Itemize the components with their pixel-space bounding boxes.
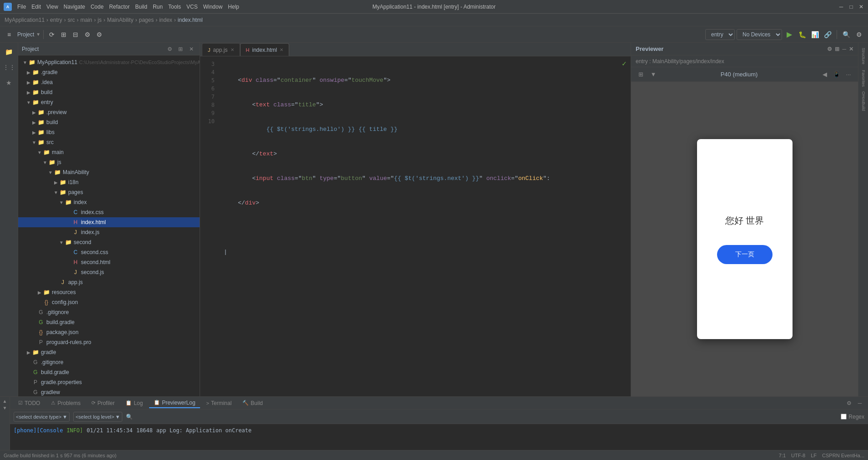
breadcrumb-item-8[interactable]: index bbox=[159, 17, 172, 23]
tree-item-gradle-root[interactable]: ▶ 📁 gradle bbox=[18, 347, 200, 357]
previewer-grid-btn[interactable]: ⊞ bbox=[636, 70, 646, 80]
device-selector[interactable]: No Devices bbox=[737, 29, 782, 40]
bottom-tab-previewer-log[interactable]: 📋 PreviewerLog bbox=[149, 398, 200, 408]
tree-item-gitignore-entry[interactable]: ▶ G .gitignore bbox=[18, 307, 200, 317]
tree-item-second-js[interactable]: ▶ J second.js bbox=[18, 267, 200, 277]
tree-item-gradle[interactable]: ▶ 📁 .gradle bbox=[18, 67, 200, 77]
menu-vcs[interactable]: VCS bbox=[186, 4, 198, 10]
tree-item-build[interactable]: ▶ 📁 build bbox=[18, 117, 200, 127]
menu-window[interactable]: Window bbox=[203, 4, 223, 10]
tab-index-html[interactable]: H index.html ✕ bbox=[240, 43, 290, 56]
tab-app-js-close[interactable]: ✕ bbox=[231, 47, 234, 52]
tree-item-gitignore-root[interactable]: ▶ G .gitignore bbox=[18, 357, 200, 367]
tab-index-html-close[interactable]: ✕ bbox=[280, 47, 283, 52]
sidebar-structure-icon[interactable]: ⋮⋮ bbox=[2, 60, 16, 75]
device-type-dropdown[interactable]: <select device type> ▼ bbox=[14, 412, 70, 422]
tree-item-second-css[interactable]: ▶ C second.css bbox=[18, 247, 200, 257]
expand-btn[interactable]: ⊞ bbox=[58, 29, 69, 40]
previewer-expand-btn[interactable]: ⊞ bbox=[835, 46, 839, 52]
gear-btn[interactable]: ⚙ bbox=[94, 29, 105, 40]
breadcrumb-item-2[interactable]: entry bbox=[50, 17, 62, 23]
breadcrumb-item-9[interactable]: index.html bbox=[178, 17, 203, 23]
tree-item-pages[interactable]: ▼ 📁 pages bbox=[18, 187, 200, 197]
breadcrumb-item-5[interactable]: js bbox=[98, 17, 102, 23]
regex-checkbox[interactable] bbox=[841, 414, 847, 420]
breadcrumb-item-7[interactable]: pages bbox=[139, 17, 154, 23]
tree-item-gradle-props[interactable]: ▶ P gradle.properties bbox=[18, 377, 200, 387]
tree-item-index-folder[interactable]: ▼ 📁 index bbox=[18, 197, 200, 207]
menu-view[interactable]: View bbox=[46, 4, 58, 10]
menu-run[interactable]: Run bbox=[153, 4, 163, 10]
tree-item-package-json-entry[interactable]: ▶ {} package.json bbox=[18, 327, 200, 337]
menu-tools[interactable]: Tools bbox=[168, 4, 181, 10]
previewer-back-btn[interactable]: ◀ bbox=[820, 70, 830, 80]
tree-item-src[interactable]: ▼ 📁 src bbox=[18, 137, 200, 147]
attach-btn[interactable]: 🔗 bbox=[822, 29, 833, 40]
tree-item-build-root[interactable]: ▶ 📁 build bbox=[18, 87, 200, 97]
previewer-more-btn[interactable]: ··· bbox=[843, 70, 853, 80]
gutter-expand-icon[interactable]: ▲ bbox=[2, 399, 7, 404]
settings-main[interactable]: ⚙ bbox=[853, 29, 864, 40]
profile-btn[interactable]: 📊 bbox=[809, 29, 820, 40]
log-search-icon[interactable]: 🔍 bbox=[126, 414, 133, 420]
tree-item-idea[interactable]: ▶ 📁 .idea bbox=[18, 77, 200, 87]
bottom-tab-todo[interactable]: ☑ TODO bbox=[14, 398, 45, 408]
sidebar-project-icon[interactable]: 📁 bbox=[2, 45, 16, 59]
breadcrumb-item-3[interactable]: src bbox=[68, 17, 75, 23]
minimize-button[interactable]: ─ bbox=[838, 4, 844, 10]
maximize-button[interactable]: □ bbox=[848, 4, 854, 10]
project-dropdown-icon[interactable]: ▼ bbox=[36, 32, 40, 37]
tree-item-i18n[interactable]: ▶ 📁 i18n bbox=[18, 177, 200, 187]
previewer-settings-btn[interactable]: ⚙ bbox=[827, 46, 832, 52]
sidebar-ohos-label[interactable]: OHosBuild bbox=[859, 90, 868, 113]
previewer-close-btn[interactable]: ─ bbox=[842, 46, 846, 52]
log-level-dropdown[interactable]: <select log level> ▼ bbox=[73, 412, 122, 422]
breadcrumb-item-1[interactable]: MyApplication11 bbox=[5, 17, 45, 23]
toolbar-project-btn[interactable]: ≡ bbox=[4, 29, 15, 40]
tree-item-config-json[interactable]: ▶ {} config.json bbox=[18, 297, 200, 307]
panel-cog-btn[interactable]: ⚙ bbox=[165, 45, 174, 54]
code-editor[interactable]: 3 4 5 6 7 8 9 10 <div class="container" … bbox=[200, 56, 631, 396]
tab-app-js[interactable]: J app.js ✕ bbox=[202, 43, 240, 56]
tree-item-second-folder[interactable]: ▼ 📁 second bbox=[18, 237, 200, 247]
tree-item-resources[interactable]: ▶ 📁 resources bbox=[18, 287, 200, 297]
previewer-phone-btn[interactable]: 📱 bbox=[832, 70, 842, 80]
menu-navigate[interactable]: Navigate bbox=[64, 4, 85, 10]
breadcrumb-item-6[interactable]: MainAbility bbox=[107, 17, 133, 23]
entry-selector[interactable]: entry bbox=[705, 29, 735, 40]
tree-item-js[interactable]: ▼ 📁 js bbox=[18, 157, 200, 167]
menu-help[interactable]: Help bbox=[228, 4, 239, 10]
menu-code[interactable]: Code bbox=[90, 4, 104, 10]
sidebar-favorites-icon[interactable]: ★ bbox=[2, 75, 16, 90]
tree-item-index-html[interactable]: ▶ H index.html bbox=[18, 217, 200, 227]
tree-item-index-css[interactable]: ▶ C index.css bbox=[18, 207, 200, 217]
tree-item-main[interactable]: ▼ 📁 main bbox=[18, 147, 200, 157]
search-everywhere[interactable]: 🔍 bbox=[841, 29, 852, 40]
close-button[interactable]: ✕ bbox=[858, 4, 864, 10]
sync-btn[interactable]: ⟳ bbox=[46, 29, 57, 40]
panel-expand-btn[interactable]: ⊞ bbox=[176, 45, 185, 54]
previewer-dropdown-btn[interactable]: ▼ bbox=[648, 70, 658, 80]
settings-btn[interactable]: ⚙ bbox=[82, 29, 93, 40]
menu-file[interactable]: File bbox=[17, 4, 26, 10]
tree-item-build-gradle-root[interactable]: ▶ G build.gradle bbox=[18, 367, 200, 377]
tree-item-index-js[interactable]: ▶ J index.js bbox=[18, 227, 200, 237]
menu-refactor[interactable]: Refactor bbox=[109, 4, 130, 10]
bottom-tab-profiler[interactable]: ⟳ Profiler bbox=[87, 398, 119, 408]
previewer-hide-btn[interactable]: ✕ bbox=[849, 46, 853, 52]
bottom-tab-log[interactable]: 📋 Log bbox=[121, 398, 147, 408]
tree-item-build-gradle-entry[interactable]: ▶ G build.gradle bbox=[18, 317, 200, 327]
tree-item-entry[interactable]: ▼ 📁 entry bbox=[18, 97, 200, 107]
sidebar-favorites-label[interactable]: Favorites bbox=[859, 67, 868, 90]
bottom-tab-terminal[interactable]: > Terminal bbox=[202, 398, 236, 408]
breadcrumb-item-4[interactable]: main bbox=[80, 17, 92, 23]
phone-next-button[interactable]: 下一页 bbox=[717, 245, 773, 264]
tree-item-libs[interactable]: ▶ 📁 libs bbox=[18, 127, 200, 137]
sidebar-structure-label[interactable]: Structure bbox=[859, 45, 868, 67]
tree-item-proguard[interactable]: ▶ P proguard-rules.pro bbox=[18, 337, 200, 347]
menu-edit[interactable]: Edit bbox=[31, 4, 41, 10]
tree-item-second-html[interactable]: ▶ H second.html bbox=[18, 257, 200, 267]
collapse-btn[interactable]: ⊟ bbox=[70, 29, 81, 40]
tree-item-preview[interactable]: ▶ 📁 .preview bbox=[18, 107, 200, 117]
tree-item-app-js[interactable]: ▶ J app.js bbox=[18, 277, 200, 287]
